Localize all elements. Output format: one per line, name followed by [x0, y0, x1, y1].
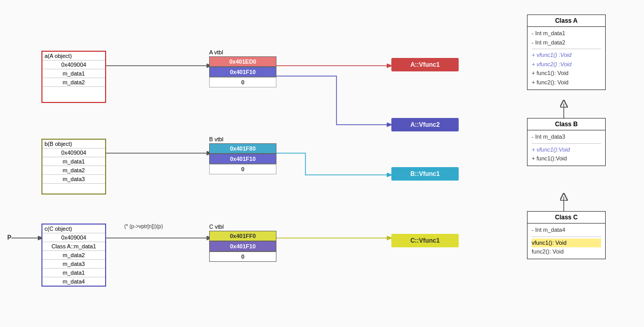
uml-class-a-body: - Int m_data1 - Int m_data2 + vfunc1() :…: [528, 27, 605, 90]
a-obj-cell-0: 0x409004: [42, 60, 105, 69]
c-vtbl-box: C vtbl 0x401FF0 0x401F10 0: [209, 224, 276, 262]
b-obj-cell-2: m_data2: [42, 166, 105, 174]
b-obj-cell-1: m_data1: [42, 157, 105, 166]
b-obj-cell-0: 0x409004: [42, 148, 105, 157]
b-object-box: b(B object) 0x409004 m_data1 m_data2 m_d…: [41, 139, 106, 195]
c-object-box: c(C object) 0x409004 Class A::m_data1 m_…: [41, 224, 106, 287]
c-vfunc1-box: C::Vfunc1: [391, 234, 459, 247]
b-vtbl-cell-0: 0x401F80: [209, 143, 276, 154]
c-obj-cell-1: Class A::m_data1: [42, 242, 105, 250]
a-vfunc2-box: A::Vfunc2: [391, 118, 459, 131]
c-obj-cell-4: m_data1: [42, 268, 105, 277]
uml-class-c: Class C - Int m_data4 vfunc1(): Void fun…: [527, 211, 606, 259]
a-vfunc1-box: A::Vfunc1: [391, 58, 459, 71]
b-vtbl-label: B vtbl: [209, 136, 276, 143]
a-vtbl-cell-2: 0: [209, 77, 276, 87]
uml-class-c-title: Class C: [528, 212, 605, 224]
c-vtbl-cell-1: 0x401F10: [209, 241, 276, 251]
c-obj-cell-5: m_data4: [42, 277, 105, 286]
c-vtbl-label: C vtbl: [209, 224, 276, 231]
c-obj-cell-2: m_data2: [42, 250, 105, 259]
pointer-label: (* (p->vptr[n]))(p): [124, 224, 163, 229]
c-vtbl-cell-2: 0: [209, 251, 276, 262]
a-obj-cell-1: m_data1: [42, 69, 105, 78]
uml-class-a: Class A - Int m_data1 - Int m_data2 + vf…: [527, 14, 606, 90]
b-vtbl-box: B vtbl 0x401F80 0x401F10 0: [209, 136, 276, 174]
a-object-label: a(A object): [42, 52, 105, 60]
c-obj-cell-3: m_data3: [42, 259, 105, 268]
a-vtbl-box: A vtbl 0x401ED0 0x401F10 0: [209, 49, 276, 87]
uml-class-a-title: Class A: [528, 15, 605, 27]
c-object-label: c(C object): [42, 225, 105, 233]
uml-class-c-body: - Int m_data4 vfunc1(): Void func2(): Vo…: [528, 224, 605, 259]
uml-class-b-title: Class B: [528, 118, 605, 130]
p-label: P: [7, 234, 11, 241]
b-object-label: b(B object): [42, 140, 105, 148]
a-vtbl-cell-1: 0x401F10: [209, 67, 276, 77]
a-vtbl-cell-0: 0x401ED0: [209, 56, 276, 67]
b-obj-cell-3: m_data3: [42, 174, 105, 183]
c-vtbl-cell-0: 0x401FF0: [209, 231, 276, 241]
uml-class-b-body: - Int m_data3 + vfunc1():Void + func1():…: [528, 130, 605, 166]
b-vtbl-cell-2: 0: [209, 164, 276, 174]
a-object-box: a(A object) 0x409004 m_data1 m_data2: [41, 51, 106, 103]
b-vtbl-cell-1: 0x401F10: [209, 154, 276, 164]
b-vfunc1-box: B::Vfunc1: [391, 167, 459, 181]
uml-class-b: Class B - Int m_data3 + vfunc1():Void + …: [527, 118, 606, 166]
a-vtbl-label: A vtbl: [209, 49, 276, 56]
a-obj-cell-2: m_data2: [42, 78, 105, 86]
c-obj-cell-0: 0x409004: [42, 233, 105, 242]
